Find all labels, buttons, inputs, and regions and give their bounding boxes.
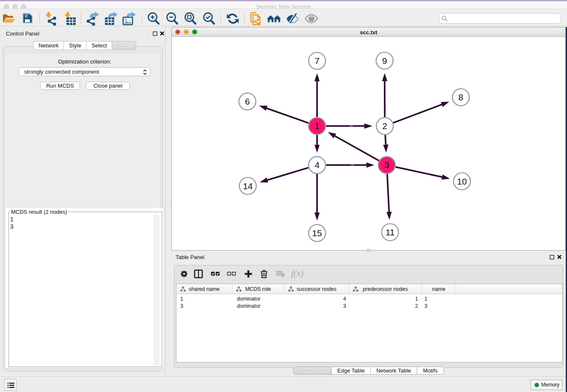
- svg-text:9: 9: [382, 56, 387, 66]
- svg-text:4: 4: [314, 160, 319, 170]
- svg-text:6: 6: [245, 97, 250, 106]
- svg-text:15: 15: [312, 228, 322, 238]
- svg-text:11: 11: [385, 227, 395, 237]
- svg-text:3: 3: [384, 160, 389, 170]
- svg-text:8: 8: [458, 92, 463, 102]
- svg-text:14: 14: [243, 181, 253, 191]
- svg-text:7: 7: [314, 56, 319, 66]
- svg-text:10: 10: [457, 177, 467, 186]
- svg-text:2: 2: [383, 121, 388, 131]
- svg-text:1: 1: [314, 121, 319, 131]
